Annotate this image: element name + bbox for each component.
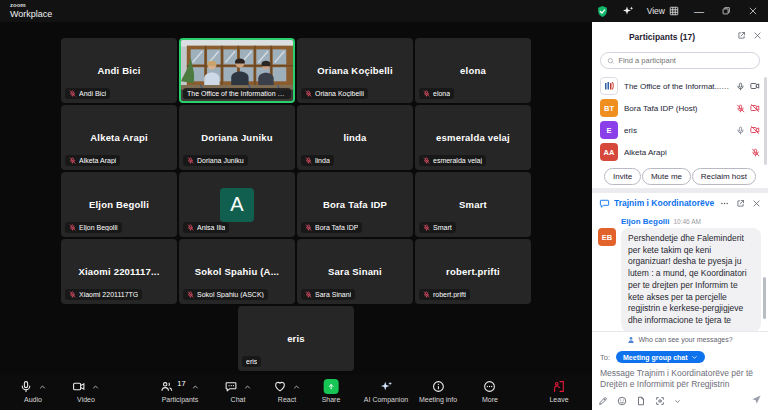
- ai-sparkle-icon[interactable]: [622, 5, 634, 17]
- muted-mic-icon: [305, 90, 312, 97]
- video-tile[interactable]: elona elona: [415, 38, 531, 103]
- tile-name-tag: Bora Tafa IDP: [301, 222, 362, 233]
- ai-companion-button[interactable]: AI Companion: [364, 379, 408, 403]
- search-input[interactable]: [618, 56, 753, 65]
- participant-row[interactable]: AA Alketa Arapi: [592, 141, 768, 163]
- video-tile[interactable]: Bora Tafa IDP Bora Tafa IDP: [297, 172, 413, 237]
- muted-mic-icon: [423, 157, 430, 164]
- video-tile[interactable]: A Anisa Ilia: [179, 172, 295, 237]
- title-bar: zoom Workplace View —: [0, 0, 768, 22]
- muted-mic-icon[interactable]: [751, 148, 760, 157]
- video-tile[interactable]: Smart Smart: [415, 172, 531, 237]
- close-icon[interactable]: [752, 199, 761, 208]
- video-tile[interactable]: Xiaomi 2201117... Xiaomi 2201117TG: [61, 239, 177, 304]
- popout-icon[interactable]: [737, 31, 746, 40]
- share-button[interactable]: Share: [322, 379, 341, 403]
- chevron-down-icon: [691, 354, 698, 361]
- people-icon: [160, 380, 173, 393]
- send-message-icon[interactable]: [751, 394, 762, 405]
- video-tile[interactable]: linda linda: [297, 105, 413, 170]
- tile-name-tag: Oriana Koçibelli: [301, 88, 368, 99]
- camera-off-icon[interactable]: [750, 103, 760, 113]
- popout-icon[interactable]: [736, 199, 745, 208]
- more-dots-icon[interactable]: [720, 199, 729, 208]
- video-tile[interactable]: eris eris: [238, 306, 354, 371]
- react-button[interactable]: React: [274, 379, 301, 403]
- close-icon[interactable]: [753, 31, 762, 40]
- emoji-icon[interactable]: [617, 396, 627, 406]
- maximize-button[interactable]: [719, 6, 733, 16]
- muted-mic-icon: [305, 291, 312, 298]
- mute-me-button[interactable]: Mute me: [642, 168, 691, 185]
- grid-view-icon: [669, 6, 679, 16]
- tile-name-tag: elona: [419, 88, 454, 99]
- camera-icon[interactable]: [750, 81, 760, 91]
- participants-header: Participants (17): [592, 28, 768, 46]
- mic-icon[interactable]: [736, 82, 745, 91]
- chevron-up-icon[interactable]: [293, 383, 301, 391]
- participant-avatar: A: [220, 188, 254, 222]
- chat-scrollbar[interactable]: [763, 277, 766, 319]
- chat-bubble-icon: [599, 198, 610, 209]
- meeting-info-button[interactable]: Meeting info: [419, 379, 457, 403]
- video-tile[interactable]: Sokol Spahiu (A... Sokol Spahiu (ASCK): [179, 239, 295, 304]
- video-tile[interactable]: Doriana Juniku Doriana Juniku: [179, 105, 295, 170]
- view-button[interactable]: View: [647, 6, 679, 16]
- invite-button[interactable]: Invite: [604, 168, 641, 185]
- chevron-up-icon[interactable]: [39, 383, 47, 391]
- muted-mic-icon: [423, 291, 430, 298]
- org-logo-avatar: [600, 77, 618, 95]
- participants-title: Participants (17): [592, 32, 732, 42]
- participants-scrollbar[interactable]: [764, 77, 767, 165]
- more-button[interactable]: More: [482, 379, 498, 403]
- leave-button[interactable]: Leave: [549, 379, 568, 403]
- video-tile[interactable]: esmeralda velaj esmeralda velaj: [415, 105, 531, 170]
- chat-input[interactable]: Message Trajnim i Koordinatorëve për të …: [600, 368, 762, 391]
- camera-icon: [73, 380, 86, 393]
- screenshot-icon[interactable]: [655, 396, 665, 406]
- audio-button[interactable]: Audio: [20, 379, 47, 403]
- participants-button[interactable]: 17 Participants: [160, 379, 199, 403]
- video-button[interactable]: Video: [73, 379, 100, 403]
- chevron-up-icon[interactable]: [192, 383, 200, 391]
- video-tile[interactable]: robert.prifti robert.prifti: [415, 239, 531, 304]
- video-tile-active-speaker[interactable]: The Office of the Information an...: [179, 38, 295, 103]
- attach-file-icon[interactable]: [636, 396, 646, 406]
- chevron-up-icon[interactable]: [244, 383, 252, 391]
- video-tile[interactable]: Eljon Begolli Eljon Begolli: [61, 172, 177, 237]
- video-tile[interactable]: Andi Bici Andi Bici: [61, 38, 177, 103]
- chat-recipient-selector[interactable]: Meeting group chat: [616, 351, 705, 363]
- tile-name-tag: Xiaomi 2201117TG: [65, 289, 142, 300]
- chevron-up-icon[interactable]: [92, 383, 100, 391]
- gallery-grid: Andi Bici Andi Bici: [61, 38, 531, 371]
- view-label: View: [647, 6, 665, 16]
- message-privacy-note[interactable]: Who can see your messages?: [592, 331, 768, 347]
- mic-icon: [20, 380, 33, 393]
- app-subtitle: Workplace: [10, 10, 52, 19]
- format-pen-icon[interactable]: [598, 396, 608, 406]
- app-name: zoom: [10, 2, 52, 8]
- encryption-shield-icon[interactable]: [596, 5, 609, 18]
- muted-mic-icon: [69, 224, 76, 231]
- participant-row[interactable]: E eris: [592, 119, 768, 141]
- chat-header: Trajnim i Koordinatorëve ...: [592, 193, 768, 213]
- to-label: To:: [600, 353, 610, 362]
- minimize-button[interactable]: —: [692, 6, 706, 17]
- video-tile[interactable]: Oriana Koçibelli Oriana Koçibelli: [297, 38, 413, 103]
- close-window-button[interactable]: [746, 6, 760, 16]
- participant-avatar: E: [600, 121, 618, 139]
- reclaim-host-button[interactable]: Reclaim host: [692, 168, 756, 185]
- camera-off-icon[interactable]: [750, 125, 760, 135]
- muted-mic-icon[interactable]: [736, 104, 745, 113]
- muted-mic-icon: [305, 157, 312, 164]
- video-stage: Andi Bici Andi Bici: [0, 22, 592, 375]
- participant-row[interactable]: The Office of the Informat... (Me): [592, 75, 768, 97]
- video-tile[interactable]: Sara Sinani Sara Sinani: [297, 239, 413, 304]
- participant-row[interactable]: BT Bora Tafa IDP (Host): [592, 97, 768, 119]
- video-tile[interactable]: Alketa Arapi Alketa Arapi: [61, 105, 177, 170]
- chevron-down-icon[interactable]: [674, 398, 681, 405]
- mic-icon[interactable]: [736, 126, 745, 135]
- chat-button[interactable]: Chat: [225, 379, 252, 403]
- participant-search[interactable]: [600, 52, 760, 69]
- participant-name: Bora Tafa IDP (Host): [624, 104, 730, 113]
